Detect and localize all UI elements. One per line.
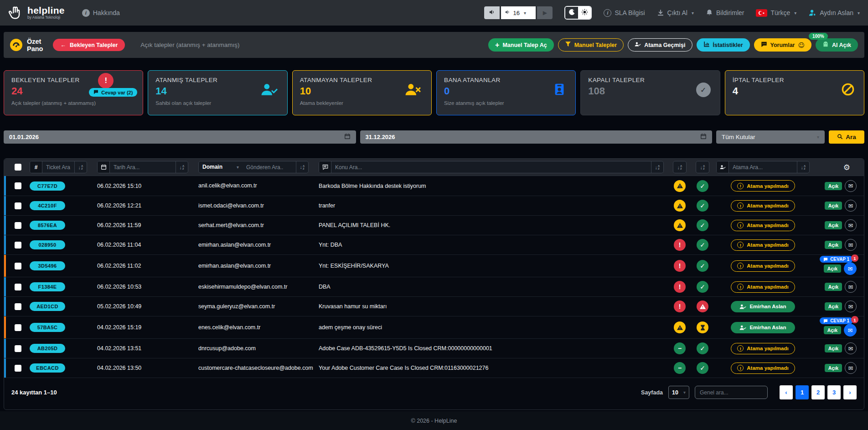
row-checkbox[interactable] [15,324,21,331]
ticket-search-input[interactable] [42,161,74,173]
ticket-id-badge[interactable]: AED1CD [30,302,65,311]
pagination-prev-button[interactable]: ‹ [780,385,793,399]
sort-status2-button[interactable]: ↓AZ [696,161,709,173]
settings-gear-icon[interactable]: ⚙ [843,163,850,172]
ticket-id-badge[interactable]: 4C210F [30,201,65,210]
row-checkbox[interactable] [15,202,21,209]
ticket-row[interactable]: 4C210F 06.02.2026 12:21 ismet.odaci@elva… [4,196,864,215]
nav-user-menu[interactable]: Aydın Aslan ▾ [808,9,860,17]
app-logo[interactable]: helpline by Asiana Teknoloji [8,5,65,21]
nav-about[interactable]: i Hakkında [82,9,120,17]
nav-export-menu[interactable]: Çıktı Al ▾ [657,9,694,16]
date-from-input[interactable]: 01.01.2026 [4,130,356,144]
pagination-page-button[interactable]: 2 [811,385,825,399]
unassigned-badge[interactable]: !Atama yapılmadı [731,343,795,354]
ticket-id-badge[interactable]: C77E7D [30,181,65,191]
date-to-input[interactable]: 31.12.2026 [360,130,713,144]
ticket-row[interactable]: 8576EA 06.02.2026 11:59 serhat.mert@elva… [4,215,864,235]
assignee-badge[interactable]: Emirhan Aslan [731,301,795,312]
mail-icon[interactable]: ✉ [845,239,857,251]
comments-button[interactable]: Yorumlar ☺ [754,38,812,52]
volume-select[interactable]: 16 ▾ [501,6,536,19]
stat-card[interactable]: KAPALI TALEPLER 108 ✓ [580,70,720,115]
assignee-search-input[interactable] [729,161,797,173]
row-checkbox[interactable] [15,222,21,229]
ticket-row[interactable]: 3D5496 06.02.2026 11:02 emirhan.aslan@el… [4,254,864,277]
ticket-id-badge[interactable]: 8576EA [30,221,65,230]
unassigned-badge[interactable]: !Atama yapılmadı [731,260,795,272]
mail-icon[interactable]: ✉ [845,300,857,312]
pending-tickets-button[interactable]: ← Bekleyen Talepler [53,39,125,51]
speaker-button[interactable] [484,6,500,19]
statistics-button[interactable]: İstatistikler [697,38,750,52]
unassigned-badge[interactable]: !Atama yapılmadı [731,180,795,192]
ticket-row[interactable]: 57BA5C 04.02.2026 15:19 enes.celik@elvan… [4,316,864,338]
ticket-id-badge[interactable]: 028950 [30,240,65,249]
sort-sender-button[interactable]: ↓AZ [296,161,308,173]
sender-search-input[interactable] [243,161,296,173]
domain-select[interactable]: Domain ▾ [199,161,243,173]
dark-mode-button[interactable] [565,7,578,19]
ticket-row[interactable]: F1384E 06.02.2026 10:53 eskisehirmamulde… [4,277,864,296]
row-checkbox[interactable] [15,263,21,269]
stat-card[interactable]: BEKLEYEN TALEPLER 24 Açık talepler (atan… [4,70,143,115]
pagination-page-button[interactable]: 1 [796,385,809,399]
search-button[interactable]: Ara [829,130,864,144]
mail-icon[interactable]: ✉ [844,324,857,337]
mail-icon[interactable]: ✉ [845,281,857,293]
row-checkbox[interactable] [15,182,21,189]
nav-language-menu[interactable]: Türkçe ▾ [756,9,796,17]
unassigned-badge[interactable]: !Atama yapılmadı [731,363,795,374]
ticket-id-badge[interactable]: 3D5496 [30,261,65,270]
sort-assignee-button[interactable]: ↓AZ [797,161,809,173]
date-search-input[interactable] [110,161,176,173]
subject-search-input[interactable] [331,161,651,173]
reply-badge[interactable]: CEVAP 11 [820,256,858,263]
mail-icon[interactable]: ✉ [845,362,857,374]
light-mode-button[interactable] [578,7,591,19]
nav-sla-info[interactable]: i SLA Bilgisi [604,9,645,17]
select-all-checkbox[interactable] [15,164,21,171]
sort-date-button[interactable]: ↓AZ [176,161,188,173]
assignee-badge[interactable]: Emirhan Aslan [731,322,795,333]
reply-badge[interactable]: CEVAP 11 [820,317,858,324]
sort-subject-button[interactable]: ↓AZ [651,161,663,173]
mail-icon[interactable]: ✉ [845,342,857,354]
stat-card[interactable]: İPTAL TALEPLER 4 [725,70,864,115]
ticket-row[interactable]: AED1CD 05.02.2026 10:49 seyma.guleryuz@e… [4,296,864,316]
play-button[interactable]: ▶ [537,6,553,19]
stat-card[interactable]: BANA ATANANLAR 0 Size atanmış açık talep… [436,70,576,115]
unassigned-badge[interactable]: !Atama yapılmadı [731,239,795,251]
pagination-page-button[interactable]: 3 [827,385,841,399]
global-search-input[interactable] [695,386,768,399]
ticket-id-badge[interactable]: EBCACD [30,363,65,373]
ticket-row[interactable]: EBCACD 04.02.2026 13:50 customercare-cha… [4,358,864,378]
mail-icon[interactable]: ✉ [844,262,857,275]
ticket-row[interactable]: AB205D 04.02.2026 13:51 dnrcusup@adobe.c… [4,338,864,358]
mailbox-select[interactable]: Tüm Kutular ▾ [716,130,825,144]
mail-icon[interactable]: ✉ [845,180,857,192]
row-checkbox[interactable] [15,365,21,372]
stat-card[interactable]: ATANMAYAN TALEPLER 10 Atama bekleyenler [292,70,432,115]
per-page-select[interactable]: 10 ▾ [668,386,689,399]
row-checkbox[interactable] [15,345,21,352]
sort-ticket-button[interactable]: ↓AZ [74,161,87,173]
assignment-history-button[interactable]: Atama Geçmişi [628,38,692,52]
mail-icon[interactable]: ✉ [845,219,857,231]
mail-icon[interactable]: ✉ [845,200,857,212]
stat-card[interactable]: ATANMIŞ TALEPLER 14 Sahibi olan açık tal… [148,70,287,115]
row-checkbox[interactable] [15,242,21,249]
unassigned-badge[interactable]: !Atama yapılmadı [731,200,795,212]
pagination-next-button[interactable]: › [843,385,857,399]
unassigned-badge[interactable]: !Atama yapılmadı [731,220,795,231]
ticket-id-badge[interactable]: F1384E [30,282,65,291]
manual-tickets-button[interactable]: Manuel Talepler [558,38,624,52]
row-checkbox[interactable] [15,284,21,290]
nav-notifications[interactable]: Bildirimler [706,9,744,16]
sort-status1-button[interactable]: ↓AZ [673,161,687,173]
unassigned-badge[interactable]: !Atama yapılmadı [731,281,795,293]
open-manual-ticket-button[interactable]: + Manuel Talep Aç [488,38,554,52]
row-checkbox[interactable] [15,303,21,310]
ticket-row[interactable]: 028950 06.02.2026 11:04 emirhan.aslan@el… [4,235,864,254]
ai-toggle-button[interactable]: 100% AI Açık [816,38,858,52]
